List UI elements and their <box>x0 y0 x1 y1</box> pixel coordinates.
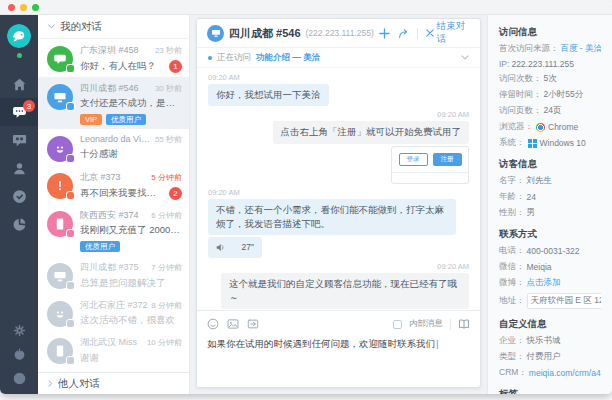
monitor-icon <box>53 269 67 283</box>
chat-card: 四川成都 #546 (222.223.111.255) 结束对话 正在 <box>196 18 481 388</box>
visitor-info-panel: 访问信息 首次访问来源： 百度 - 美洽 IP: 222.223.111.255… <box>487 15 612 394</box>
chat-bubble-icon <box>53 52 67 66</box>
visitor-avatar <box>47 46 73 72</box>
add-plus-icon[interactable] <box>379 28 390 39</box>
face-icon <box>53 307 67 321</box>
composer: 内部消息 如果你在试用的时候遇到任何问题，欢迎随时联系我们| <box>197 310 480 387</box>
info-label: 微博： <box>499 277 525 289</box>
section-title: 联系方式 <box>499 228 601 241</box>
section-title: 标签 <box>499 388 601 394</box>
sidebar-item-todo-check[interactable] <box>0 182 38 210</box>
phone-icon <box>53 344 67 358</box>
others-conversations-header[interactable]: 他人对话 <box>38 372 189 394</box>
register-button[interactable]: 注册 <box>433 153 462 167</box>
internal-message-checkbox[interactable] <box>393 320 402 329</box>
message-timestamp: 09:20 AM <box>208 262 469 271</box>
sidebar-item-conversations[interactable]: 3 <box>0 98 38 126</box>
info-value[interactable]: meiqia.com/crm/a4ddb0 <box>529 368 601 378</box>
analytics-pie-icon <box>12 217 27 232</box>
visitor-name: 四川成都 #375 <box>80 261 148 274</box>
conversation-item[interactable]: 湖北武汉 Miss 10 分钟前 谢谢 <box>38 331 189 369</box>
info-row: 访问页数： 24页 <box>499 105 601 117</box>
sidebar-item-settings-gear[interactable] <box>0 318 38 342</box>
info-row: CRM： meiqia.com/crm/a4ddb0 <box>499 367 601 379</box>
end-conversation-button[interactable]: 结束对话 <box>426 20 470 46</box>
chevron-down-icon[interactable] <box>461 55 469 60</box>
divider <box>392 172 468 173</box>
info-value: 24 <box>527 192 536 202</box>
chat-column: 四川成都 #546 (222.223.111.255) 结束对话 正在 <box>190 15 487 394</box>
last-message-time: 5 分钟前 <box>151 172 182 183</box>
message-input[interactable]: 如果你在试用的时候遇到任何问题，欢迎随时联系我们| <box>207 337 470 381</box>
emoji-icon[interactable] <box>207 318 219 330</box>
conversation-item[interactable]: Mr.Lau 15 分钟前 <box>38 369 189 373</box>
info-value: 男 <box>527 207 536 219</box>
sidebar-item-power[interactable] <box>0 342 38 366</box>
info-row: 微博： 点击添加 <box>499 277 601 289</box>
out-message-bubble: 这个就是我们的自定义顾客信息功能，现在已经有了哦～ <box>221 273 469 310</box>
user-tag: 优质用户 <box>80 241 120 253</box>
sidebar-item-quote-history[interactable] <box>0 126 38 154</box>
attachment-image-preview[interactable]: 登录注册 <box>391 146 469 184</box>
online-status-dot <box>17 53 22 58</box>
info-value: 400-0031-322 <box>527 246 580 256</box>
info-row: 首次访问来源： 百度 - 美洽 <box>499 43 601 55</box>
info-label: 年龄： <box>499 191 525 203</box>
alert-icon <box>53 179 67 193</box>
login-button[interactable]: 登录 <box>399 153 428 167</box>
visitor-name: Leonardo da Vinci <box>80 134 152 144</box>
conversation-item[interactable]: 广东深圳 #458 23 秒前 你好，有人在吗？ 1 <box>38 39 189 77</box>
unread-count-badge: 2 <box>169 187 182 200</box>
info-value: 24页 <box>544 105 562 117</box>
message-history: 09:20 AM你好，我想试用一下美洽09:20 AM点击右上角「注册」就可以开… <box>197 68 480 310</box>
conversation-item[interactable]: Leonardo da Vinci 55 秒前 十分感谢 <box>38 129 189 166</box>
sidebar-item-home[interactable] <box>0 70 38 98</box>
file-send-icon[interactable] <box>247 318 259 330</box>
speaker-icon <box>216 243 226 252</box>
visitor-avatar <box>207 25 224 42</box>
face-icon <box>53 142 67 156</box>
last-message-time: 6 分钟前 <box>151 210 182 221</box>
conversation-item[interactable]: 陕西西安 #374 6 分钟前 我刚刚又充值了 2000 元，送我一 ... 优… <box>38 204 189 257</box>
window-titlebar <box>0 0 612 15</box>
my-conversations-header[interactable]: 我的对话 <box>38 15 189 39</box>
info-label: 微信： <box>499 261 525 273</box>
conversation-item[interactable]: 河北石家庄 #372 8 分钟前 这次活动不错，很喜欢 <box>38 294 189 332</box>
monitor-icon <box>53 90 67 104</box>
image-upload-icon[interactable] <box>227 318 239 330</box>
conversation-item[interactable]: 北京 #373 5 分钟前 再不回来我要找你们领导了！！ 2 <box>38 166 189 204</box>
in-message-bubble: 不错，还有一个小需求，看你们能不能做到，打字太麻烦了，我发语音描述下吧。 <box>208 199 456 236</box>
last-message-preview: 这次活动不错，很喜欢 <box>80 314 182 327</box>
visitor-name: 陕西西安 #374 <box>80 209 148 222</box>
conversation-item[interactable]: 四川成都 #375 7 分钟前 总算是把问题解决了 <box>38 256 189 294</box>
channel-badge-icon <box>66 281 75 290</box>
knowledge-book-icon[interactable] <box>458 318 470 330</box>
minimize-window-button[interactable] <box>20 4 27 11</box>
quote-history-icon <box>12 133 27 148</box>
info-value: 5次 <box>544 73 557 85</box>
sidebar-item-contacts[interactable] <box>0 154 38 182</box>
visiting-page-link[interactable]: 功能介绍 — 美洽 <box>256 52 320 64</box>
info-row: 系统： Windows 10 <box>499 137 601 149</box>
info-value: 2小时55分 <box>544 89 584 101</box>
voice-duration: 27″ <box>242 241 254 254</box>
my-conversations-label: 我的对话 <box>60 20 102 34</box>
tags-section: 标签 VIP优质用户添加标签 <box>499 388 601 394</box>
info-value[interactable]: 点击添加 <box>527 277 561 289</box>
sidebar-item-analytics-pie[interactable] <box>0 210 38 238</box>
info-label: 首次访问来源： <box>499 43 559 55</box>
info-value[interactable]: 天府软件园 E 区 1220 <box>527 293 602 309</box>
close-window-button[interactable] <box>8 4 15 11</box>
fullscreen-window-button[interactable] <box>32 4 39 11</box>
last-message-preview: 支付还是不成功，是不是哪里出问 ... <box>80 97 182 110</box>
transfer-arrow-icon[interactable] <box>398 28 409 39</box>
visiting-label: 正在访问 <box>217 52 251 64</box>
info-row: 浏览器： Chrome <box>499 121 601 133</box>
close-icon <box>426 29 434 37</box>
contacts-icon <box>12 161 27 176</box>
sidebar-item-help-question[interactable] <box>0 366 38 390</box>
info-value[interactable]: 百度 - 美洽 <box>561 43 602 55</box>
conversation-item[interactable]: 四川成都 #546 30 秒前 支付还是不成功，是不是哪里出问 ... VIP优… <box>38 77 189 130</box>
voice-message-bubble[interactable]: 27″ <box>208 237 262 258</box>
info-label: 系统： <box>499 137 525 149</box>
